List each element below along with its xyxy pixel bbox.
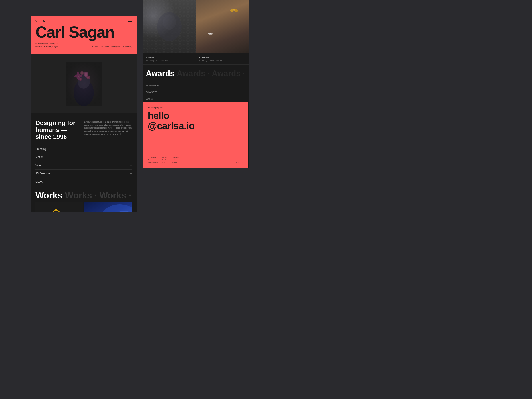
service-name: Branding: [35, 147, 46, 151]
works-header: Works Works · Works · Works · Works: [35, 190, 132, 200]
cta-email-line1: hello: [148, 110, 169, 121]
bubble-grid-svg: [143, 0, 196, 53]
footer-col-3: Dribbble Instagram Twitter (X): [172, 156, 180, 164]
work-info-left: Krishna® Branding / UI.UX / Motion: [143, 53, 196, 64]
service-name: Video: [35, 164, 42, 167]
work-tags-right: Branding / UI.UX / Motion: [199, 59, 246, 62]
cta-label: Have a project?: [148, 106, 243, 109]
about-heading: Designing for humans — since 1996: [35, 120, 80, 140]
service-name: UI.UX: [35, 180, 43, 183]
works-title: Works: [35, 190, 63, 200]
blue-shape-svg: [84, 202, 132, 212]
work-tags-left: Branding / UI.UX / Motion: [146, 59, 193, 62]
footer-link-contact[interactable]: Contact: [162, 159, 168, 161]
expand-icon: +: [130, 172, 132, 175]
hero-image-section: [31, 54, 137, 114]
svg-point-31: [163, 14, 176, 30]
butterfly-decoration: [230, 8, 239, 15]
work-image-left[interactable]: [143, 0, 196, 53]
about-body: Empowering startups of all sizes by crea…: [84, 120, 132, 140]
expand-icon: +: [130, 164, 132, 167]
award-item-weeby[interactable]: Weeby: [146, 95, 246, 102]
work-info-row: Krishna® Branding / UI.UX / Motion Krish…: [143, 53, 249, 64]
expand-icon: +: [130, 180, 132, 184]
about-section: Designing for humans — since 1996 Empowe…: [31, 114, 137, 145]
service-item-video[interactable]: Video +: [35, 161, 132, 169]
work-info-right: Krishna® Branding / UI.UX / Motion: [196, 53, 249, 64]
expand-icon: +: [130, 147, 132, 151]
footer-col-2: About Contact 404: [162, 156, 168, 164]
service-name: 3D Animation: [35, 172, 51, 175]
works-marquee: Works · Works · Works · Works: [63, 190, 132, 200]
awards-header-row: Awards Awards · Awards · Awards · Awar: [146, 69, 246, 78]
footer-link-homepage[interactable]: Homepage: [148, 156, 158, 158]
cta-email-line2: @carlsa.io: [148, 120, 194, 131]
hero-figure-svg: [66, 62, 101, 106]
svg-rect-16: [66, 62, 101, 106]
dove-decoration: [207, 31, 215, 37]
hamburger-line: [128, 21, 132, 21]
site-logo[interactable]: C — S: [35, 19, 45, 22]
award-item-fwa[interactable]: FWA SOTD: [146, 89, 246, 95]
award-item-awwwards[interactable]: Awwwards SOTD: [146, 82, 246, 89]
site-header: C — S Carl Sagan Multidisciplinary desig…: [31, 16, 137, 54]
footer-link-404[interactable]: 404: [162, 162, 168, 164]
footer-link-dribbble[interactable]: Dribbble: [172, 156, 180, 158]
bubble-overlay: [143, 0, 196, 53]
site-nav: C — S: [35, 19, 132, 22]
footer-link-twitter[interactable]: Twitter (X): [172, 162, 180, 164]
awards-title: Awards: [146, 69, 174, 78]
service-item-3d[interactable]: 3D Animation +: [35, 169, 132, 177]
site-title: Carl Sagan: [35, 24, 132, 40]
hamburger-line: [128, 20, 132, 21]
footer-link-about[interactable]: About: [162, 156, 168, 158]
service-name: Motion: [35, 156, 44, 159]
work-name-left: Krishna®: [146, 56, 193, 59]
thumbnail-blue[interactable]: [84, 202, 132, 212]
instagram-link[interactable]: Instagram: [112, 46, 120, 48]
left-portfolio-panel: C — S Carl Sagan Multidisciplinary desig…: [31, 16, 137, 212]
footer-link-works-single[interactable]: Works Single: [148, 162, 158, 164]
works-section: Works Works · Works · Works · Works: [31, 186, 137, 212]
footer-col-1: Homepage Works Works Single: [148, 156, 158, 164]
awards-marquee: Awards · Awards · Awards · Awar: [174, 69, 246, 78]
twitter-link[interactable]: Twitter (X): [123, 46, 132, 48]
cta-footer: Homepage Works Works Single About Contac…: [148, 156, 243, 164]
cta-footer-links: Homepage Works Works Single About Contac…: [148, 156, 180, 164]
portrait-overlay: [196, 0, 249, 53]
thumbnail-gears[interactable]: [35, 202, 83, 212]
service-item-motion[interactable]: Motion +: [35, 153, 132, 161]
svg-rect-19: [55, 209, 57, 211]
service-item-branding[interactable]: Branding +: [35, 145, 132, 153]
cta-section: Have a project? hello @carlsa.io Homepag…: [143, 102, 248, 168]
hamburger-menu-icon[interactable]: [128, 20, 132, 21]
site-external-links: Dribbble Behance Instagram Twitter (X): [91, 46, 132, 48]
site-subtitle: Multidisciplinary designer based in Brus…: [35, 42, 132, 48]
services-list: Branding + Motion + Video + 3D Animation…: [31, 145, 137, 186]
cta-email[interactable]: hello @carlsa.io: [148, 111, 243, 131]
work-image-right[interactable]: [196, 0, 249, 53]
expand-icon: +: [130, 155, 132, 159]
behance-link[interactable]: Behance: [101, 46, 109, 48]
site-desc: Multidisciplinary designer based in Brus…: [35, 42, 60, 48]
works-images-row: [143, 0, 249, 53]
service-item-uiux[interactable]: UI.UX +: [35, 177, 132, 186]
cta-copyright: C - S © 2024: [233, 162, 243, 164]
gears-svg: [48, 205, 70, 212]
works-thumbnails: [35, 202, 132, 212]
dribbble-link[interactable]: Dribbble: [91, 46, 98, 48]
work-name-right: Krishna®: [199, 56, 246, 59]
footer-link-works[interactable]: Works: [148, 159, 158, 161]
footer-link-instagram[interactable]: Instagram: [172, 159, 180, 161]
